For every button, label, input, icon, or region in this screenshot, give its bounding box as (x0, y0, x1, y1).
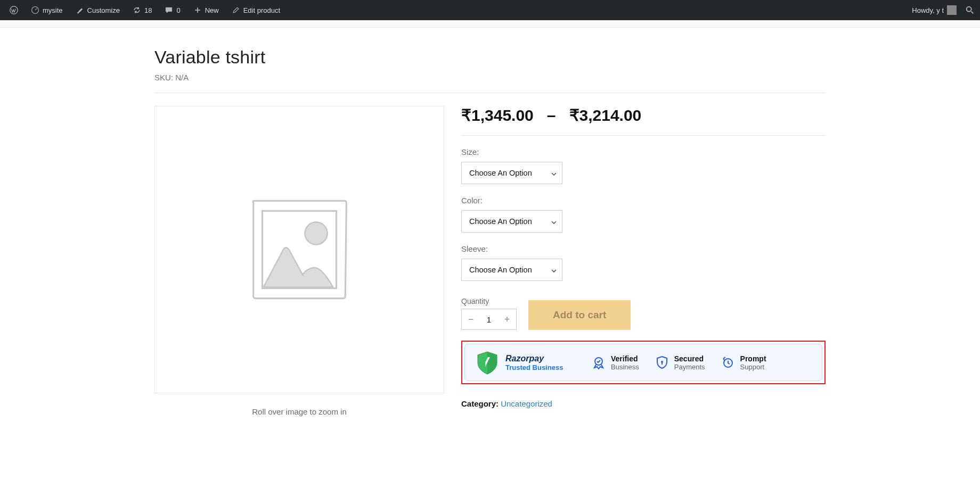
sku-label: SKU: (154, 73, 175, 82)
trust-item-title: Secured (674, 354, 705, 363)
dashboard-icon (31, 6, 39, 14)
sleeve-select-value: Choose An Option (461, 259, 562, 281)
howdy-text: Howdy, y t (912, 6, 944, 14)
add-to-cart-button[interactable]: Add to cart (528, 300, 631, 330)
clock-arrow-icon (721, 356, 735, 369)
trust-brand: Razorpay (505, 354, 563, 363)
shield-icon (475, 350, 500, 375)
size-select[interactable]: Choose An Option (461, 162, 562, 184)
comments-link[interactable]: 0 (159, 0, 185, 20)
color-select-value: Choose An Option (461, 210, 562, 233)
qty-minus-button[interactable]: − (462, 309, 480, 329)
wordpress-icon (10, 6, 18, 14)
sleeve-label: Sleeve: (461, 244, 826, 253)
chevron-down-icon (551, 218, 557, 225)
chevron-down-icon (551, 170, 557, 176)
sleeve-select[interactable]: Choose An Option (461, 259, 562, 281)
category-link[interactable]: Uncategorized (501, 399, 552, 408)
comments-count: 0 (176, 6, 180, 14)
size-select-value: Choose An Option (461, 162, 562, 184)
brush-icon (76, 6, 84, 14)
qty-value[interactable]: 1 (480, 315, 498, 324)
size-label: Size: (461, 147, 826, 156)
pencil-icon (232, 6, 240, 14)
quantity-stepper: − 1 + (461, 309, 517, 330)
edit-label: Edit product (243, 6, 280, 14)
updates-link[interactable]: 18 (127, 0, 157, 20)
trust-item-title: Prompt (740, 354, 766, 363)
chevron-down-icon (551, 267, 557, 273)
search-icon (965, 5, 975, 15)
trust-item-title: Verified (611, 354, 639, 363)
updates-count: 18 (144, 6, 152, 14)
admin-search-button[interactable] (964, 4, 976, 16)
avatar (947, 5, 957, 15)
svg-point-3 (305, 222, 328, 244)
trust-brand-sub: Trusted Business (505, 363, 563, 371)
wp-logo[interactable] (4, 0, 23, 20)
price-range: ₹1,345.00 – ₹3,214.00 (461, 106, 826, 136)
category-row: Category: Uncategorized (461, 399, 826, 408)
product-image[interactable] (154, 106, 444, 393)
razorpay-trust-badge: Razorpay Trusted Business Verified Busin… (464, 344, 822, 381)
category-label: Category: (461, 399, 501, 408)
wp-admin-bar: mysite Customize 18 0 New (0, 0, 980, 20)
ribbon-check-icon (592, 356, 606, 369)
update-icon (133, 6, 141, 14)
sku-line: SKU: N/A (154, 73, 826, 82)
sku-value: N/A (175, 73, 189, 82)
price-low: ₹1,345.00 (461, 106, 534, 124)
image-placeholder-icon (249, 196, 350, 303)
price-sep: – (547, 106, 556, 124)
trust-item-sub: Support (740, 363, 766, 371)
trust-item-sub: Payments (674, 363, 705, 371)
new-link[interactable]: New (188, 0, 224, 20)
site-name: mysite (43, 6, 63, 14)
site-name-link[interactable]: mysite (26, 0, 68, 20)
quantity-label: Quantity (461, 297, 517, 305)
trust-item-sub: Business (611, 363, 639, 371)
price-high: ₹3,214.00 (569, 106, 642, 124)
howdy-link[interactable]: Howdy, y t (907, 0, 962, 20)
product-title: Variable tshirt (154, 47, 826, 68)
comment-icon (165, 6, 173, 14)
plus-icon (193, 6, 202, 14)
header-band (0, 20, 980, 28)
new-label: New (205, 6, 219, 14)
color-select[interactable]: Choose An Option (461, 210, 562, 233)
svg-point-2 (967, 7, 971, 12)
customize-label: Customize (87, 6, 120, 14)
shield-lock-icon (655, 356, 669, 369)
trust-badge-highlight: Razorpay Trusted Business Verified Busin… (461, 341, 826, 384)
customize-link[interactable]: Customize (70, 0, 125, 20)
color-label: Color: (461, 196, 826, 205)
edit-product-link[interactable]: Edit product (226, 0, 285, 20)
qty-plus-button[interactable]: + (498, 309, 516, 329)
svg-point-5 (661, 361, 663, 363)
zoom-hint: Roll over image to zoom in (154, 407, 444, 416)
